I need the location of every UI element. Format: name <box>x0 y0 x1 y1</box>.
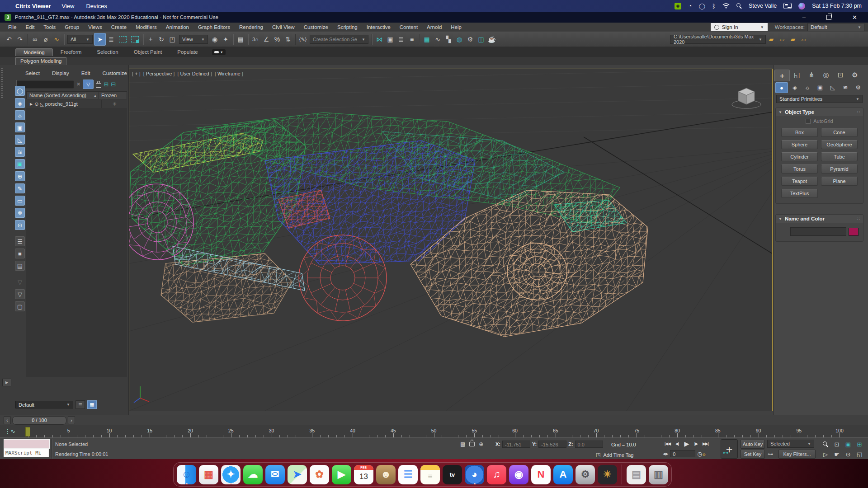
ribbon-tab-populate[interactable]: Populate <box>170 48 205 56</box>
polygon-modeling-tab[interactable]: Polygon Modeling <box>15 57 66 66</box>
next-frame-button[interactable]: |▶ <box>691 440 701 448</box>
menu-interactive[interactable]: Interactive <box>362 24 395 30</box>
z-coordinate-field[interactable]: 0.0 <box>575 441 603 448</box>
use-center-icon[interactable]: ◉ <box>209 33 220 45</box>
user-menu[interactable]: Steve Valle <box>749 3 777 9</box>
category-shapes[interactable]: ◈ <box>789 82 801 92</box>
zoom-icon[interactable] <box>821 440 830 448</box>
select-and-link-icon[interactable]: ∞ <box>29 33 40 45</box>
contacts[interactable]: ☻ <box>376 465 396 484</box>
expand-row-icon[interactable]: ▶ <box>30 102 33 106</box>
podcasts[interactable]: ◉ <box>509 465 528 484</box>
tab-create[interactable]: ＋ <box>774 70 790 81</box>
create-torus-button[interactable]: Torus <box>781 164 818 174</box>
menu-content[interactable]: Content <box>395 24 422 30</box>
facetime[interactable]: ▶ <box>332 465 351 484</box>
primitives-category-dropdown[interactable]: Standard Primitives▼ <box>776 95 863 103</box>
view-list-mode-icon[interactable]: ☰ <box>15 236 25 246</box>
maximize-viewport-icon[interactable]: ◱ <box>855 450 864 458</box>
panel-expand-button[interactable]: ▶ <box>2 379 11 386</box>
open-project-folder-icon[interactable]: ▱ <box>777 33 788 45</box>
news[interactable]: N <box>531 465 551 484</box>
select-and-rotate-icon[interactable]: ↻ <box>156 33 167 45</box>
ref-coord-dropdown[interactable]: View▼ <box>179 35 208 44</box>
spinner-snap-icon[interactable]: ⇅ <box>283 33 293 45</box>
keyboard-override-icon[interactable]: ▤ <box>235 33 246 45</box>
collapse-mode-icon[interactable]: ▢ <box>15 301 25 311</box>
view-thumb-mode-icon[interactable]: ■ <box>15 249 25 258</box>
launchpad[interactable]: ▦ <box>199 465 218 484</box>
isolate-selection-icon[interactable]: ▩ <box>460 441 465 447</box>
set-keys-button[interactable]: ＋⊶ <box>721 439 738 459</box>
create-teapot-button[interactable]: Teapot <box>781 177 818 186</box>
category-lights[interactable]: ☼ <box>802 82 813 92</box>
menu-modifiers[interactable]: Modifiers <box>131 24 161 30</box>
photos[interactable]: ✿ <box>310 465 329 484</box>
toggle-display-geometry-icon[interactable]: ◯ <box>15 86 25 96</box>
menu-edit[interactable]: Edit <box>21 24 39 30</box>
menu-help[interactable]: Help <box>446 24 466 30</box>
toggle-display-lights-icon[interactable]: ☼ <box>15 110 25 120</box>
key-step-toggle[interactable]: ◀▶ <box>663 452 668 456</box>
select-by-name-icon[interactable]: ≣ <box>106 33 117 45</box>
selection-filter-dropdown[interactable]: All▼ <box>67 35 93 44</box>
ribbon-tab-freeform[interactable]: Freeform <box>53 48 90 56</box>
citrix-workspace[interactable]: ◕ <box>465 465 484 484</box>
clear-search-icon[interactable]: ✕ <box>76 81 80 87</box>
expand-tree-icon[interactable]: ⊞ <box>104 81 108 88</box>
toggle-display-hidden-icon[interactable]: ⊙ <box>15 220 25 230</box>
project-structure-icon[interactable]: ▱ <box>798 33 809 45</box>
absolute-mode-icon[interactable]: ⊕ <box>479 441 483 447</box>
explorer-menu-display[interactable]: Display <box>52 70 69 76</box>
maxscript-listener-pink[interactable] <box>4 439 50 449</box>
siri-icon[interactable] <box>798 3 805 9</box>
ribbon-toggle-icon[interactable]: ▦ <box>421 33 432 45</box>
select-and-manipulate-icon[interactable]: ✦ <box>220 33 231 45</box>
collapse-tree-icon[interactable]: ⊟ <box>111 81 116 88</box>
curve-editor-icon[interactable]: ∿ <box>432 33 443 45</box>
toggle-display-bones-icon[interactable]: ⊕ <box>15 171 25 181</box>
object-name[interactable]: porsche_911gt <box>45 101 78 107</box>
asset-tracking-icon[interactable]: ▰ <box>788 33 798 45</box>
gpu-status-icon[interactable]: ◉ <box>675 3 681 9</box>
viewport-menu-pov[interactable]: Perspective <box>143 71 175 76</box>
toggle-display-containers-icon[interactable]: ▭ <box>15 196 25 206</box>
frame-range-display[interactable]: 0 / 100 <box>12 416 66 425</box>
selection-set-dropdown[interactable]: Selected▼ <box>767 440 814 448</box>
unlink-selection-icon[interactable]: ⌀ <box>40 33 51 45</box>
panel-drag-handle[interactable] <box>1 68 3 99</box>
app-store[interactable]: A <box>553 465 573 484</box>
visibility-eye-icon[interactable]: ⊙ <box>34 101 38 107</box>
toggle-display-spacewarps-icon[interactable]: ≋ <box>15 147 25 157</box>
create-cylinder-button[interactable]: Cylinder <box>781 152 818 161</box>
edit-named-sets-icon[interactable]: {✎} <box>297 33 308 45</box>
project-path-dropdown[interactable]: C:\Users\svalle\Documents\3ds Max 2020▼ <box>670 35 766 44</box>
create-pyramid-button[interactable]: Pyramid <box>821 164 858 174</box>
workspace-dropdown[interactable]: Default▼ <box>807 23 864 31</box>
toggle-display-frozen-icon[interactable]: ❄ <box>15 208 25 218</box>
object-type-rollout-header[interactable]: ▼Object Type∷ <box>776 108 863 116</box>
maps[interactable]: ➤ <box>288 465 307 484</box>
redo-icon[interactable]: ↷ <box>14 33 25 45</box>
mirror-icon[interactable]: ⋈ <box>374 33 385 45</box>
tab-modify[interactable]: ◱ <box>790 70 804 80</box>
finder[interactable]: ☺ <box>177 465 196 484</box>
ribbon-tab-modeling[interactable]: Modeling <box>15 48 53 56</box>
menu-civil-view[interactable]: Civil View <box>268 24 299 30</box>
filter-combinator-icon[interactable]: ▽ <box>15 277 25 287</box>
toggle-display-geometry-all-icon[interactable]: ▣ <box>15 159 25 169</box>
zoom-extents-icon[interactable]: ▣ <box>844 440 853 448</box>
preset-dropdown[interactable]: Default▼ <box>15 401 73 408</box>
viewport-canvas[interactable] <box>129 69 772 411</box>
snap-toggle-icon[interactable]: 3∩ <box>250 33 261 45</box>
viewport-menu-general[interactable]: + <box>132 71 141 76</box>
explorer-column-header[interactable]: Name (Sorted Ascending)▲ Frozen <box>26 91 127 99</box>
creative-cloud-icon[interactable]: ◯ <box>699 3 706 9</box>
mail[interactable]: ✉ <box>265 465 285 484</box>
macos-app-menu[interactable]: Citrix Viewer <box>15 3 51 9</box>
bind-to-space-warp-icon[interactable]: ∿ <box>51 33 62 45</box>
object-name-input[interactable] <box>790 227 846 236</box>
menu-tools[interactable]: Tools <box>39 24 60 30</box>
category-systems[interactable]: ⚙ <box>852 82 864 92</box>
key-filters-button[interactable]: Key Filters... <box>778 450 816 459</box>
